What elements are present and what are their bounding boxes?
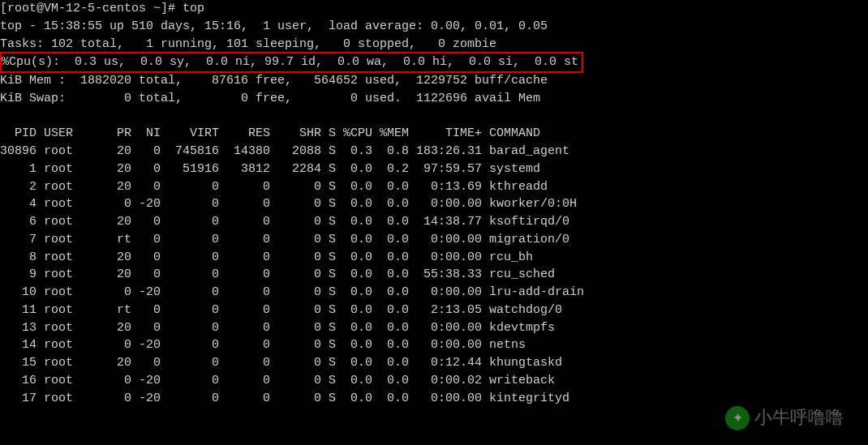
top-time-line: top - 15:38:55 up 510 days, 15:16, 1 use… xyxy=(0,18,868,36)
table-row[interactable]: 14 root 0 -20 0 0 0 S 0.0 0.0 0:00.00 ne… xyxy=(0,336,868,354)
table-row[interactable]: 1 root 20 0 51916 3812 2284 S 0.0 0.2 97… xyxy=(0,160,868,178)
top-tasks-line: Tasks: 102 total, 1 running, 101 sleepin… xyxy=(0,36,868,53)
process-list[interactable]: 30896 root 20 0 745816 14380 2088 S 0.3 … xyxy=(0,143,868,407)
prompt-text: [root@VM-12-5-centos ~]# xyxy=(0,2,183,15)
top-mem-line: KiB Mem : 1882020 total, 87616 free, 564… xyxy=(0,72,868,90)
wechat-icon: ✦ xyxy=(725,406,750,430)
cpu-highlight: %Cpu(s): 0.3 us, 0.0 sy, 0.0 ni, 99.7 id… xyxy=(0,52,583,73)
watermark: ✦小牛呼噜噜 xyxy=(725,404,844,430)
table-row[interactable]: 7 root rt 0 0 0 0 S 0.0 0.0 0:00.00 migr… xyxy=(0,231,868,249)
table-row[interactable]: 6 root 20 0 0 0 0 S 0.0 0.0 14:38.77 kso… xyxy=(0,213,868,231)
table-row[interactable]: 11 root rt 0 0 0 0 S 0.0 0.0 2:13.05 wat… xyxy=(0,302,868,319)
table-row[interactable]: 15 root 20 0 0 0 0 S 0.0 0.0 0:12.44 khu… xyxy=(0,354,868,372)
table-row[interactable]: 4 root 0 -20 0 0 0 S 0.0 0.0 0:00.00 kwo… xyxy=(0,195,868,213)
top-swap-line: KiB Swap: 0 total, 0 free, 0 used. 11226… xyxy=(0,90,868,108)
blank-line xyxy=(0,108,868,126)
table-row[interactable]: 16 root 0 -20 0 0 0 S 0.0 0.0 0:00.02 wr… xyxy=(0,372,868,390)
shell-prompt-line: [root@VM-12-5-centos ~]# top xyxy=(0,0,868,18)
table-row[interactable]: 13 root 20 0 0 0 0 S 0.0 0.0 0:00.00 kde… xyxy=(0,319,868,337)
table-row[interactable]: 10 root 0 -20 0 0 0 S 0.0 0.0 0:00.00 lr… xyxy=(0,284,868,302)
table-row[interactable]: 9 root 20 0 0 0 0 S 0.0 0.0 55:38.33 rcu… xyxy=(0,266,868,284)
terminal[interactable]: { "prompt":"[root@VM-12-5-centos ~]# ", … xyxy=(0,0,868,445)
process-header: PID USER PR NI VIRT RES SHR S %CPU %MEM … xyxy=(0,125,868,143)
command-text: top xyxy=(183,2,204,15)
top-cpu-line: %Cpu(s): 0.3 us, 0.0 sy, 0.0 ni, 99.7 id… xyxy=(0,53,868,72)
table-row[interactable]: 2 root 20 0 0 0 0 S 0.0 0.0 0:13.69 kthr… xyxy=(0,178,868,196)
table-row[interactable]: 30896 root 20 0 745816 14380 2088 S 0.3 … xyxy=(0,143,868,160)
table-row[interactable]: 8 root 20 0 0 0 0 S 0.0 0.0 0:00.00 rcu_… xyxy=(0,249,868,267)
